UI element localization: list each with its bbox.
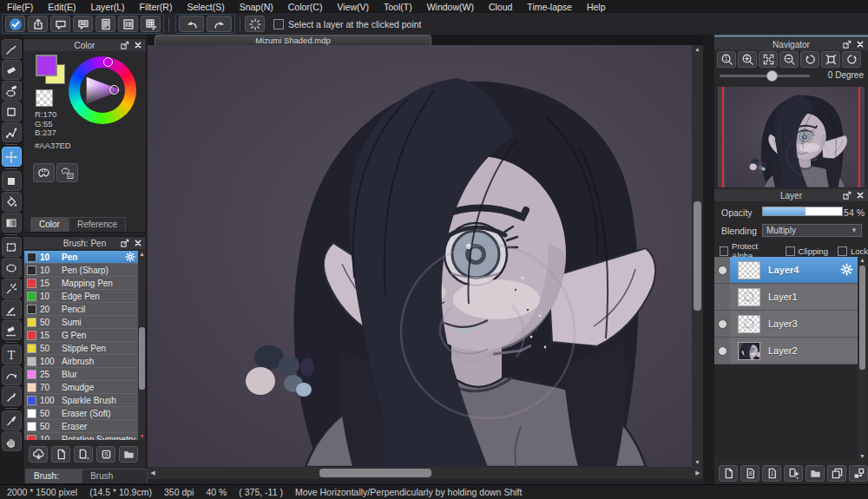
checkbox-box[interactable] [838,246,847,256]
brush-folder-button[interactable] [119,446,138,463]
checkbox-box[interactable] [786,246,795,256]
magic-wand-tool[interactable] [2,279,22,299]
menu-color-c[interactable]: Color(C) [288,2,323,12]
scroll-left-icon[interactable]: ◀ [149,469,156,476]
brush-blur[interactable]: 25Blur [24,368,138,381]
spinner-button[interactable] [245,16,265,32]
merge-layer-button[interactable] [849,465,868,482]
hue-selector[interactable] [103,57,113,67]
brush-mapping-pen[interactable]: 15Mapping Pen [24,277,138,290]
duplicate-layer-button[interactable] [827,465,846,482]
close-icon[interactable] [133,40,143,50]
comment-detail-button[interactable] [73,16,93,32]
brush-sparkle-brush[interactable]: 100Sparkle Brush [24,394,138,407]
zoom-actual-button[interactable]: 1 [717,51,736,68]
brush-pencil[interactable]: 20Pencil [24,303,138,316]
comment-button[interactable] [50,16,70,32]
layer-visibility-cell[interactable] [714,257,730,283]
layer-row-layer2[interactable]: Layer2 [714,338,858,364]
layer-row-layer3[interactable]: Layer3 [714,311,858,338]
blending-dropdown[interactable]: Multiply ▼ [762,224,862,237]
layer-visibility-cell[interactable] [714,311,730,337]
brush-eraser[interactable]: 50Eraser [24,420,138,433]
clipping-checkbox[interactable]: Clipping [786,246,828,256]
add-8bit-layer-button[interactable]: 8 [740,465,760,482]
zoom-in-button[interactable] [738,51,757,68]
menu-snap-n[interactable]: Snap(N) [240,2,273,12]
document-tab[interactable]: Mizumi Shaded.mdp [155,35,431,45]
scroll-up-icon[interactable]: ▲ [692,46,703,53]
color-tab-reference[interactable]: Reference [69,217,126,232]
pen-tool[interactable] [2,386,22,406]
canvas-vertical-scrollbar[interactable]: ▲ ▼ [692,45,703,467]
popout-icon[interactable] [120,238,130,248]
add-1bit-layer-button[interactable]: 1 [762,465,781,482]
brush-list-scrollbar[interactable]: ▲ ▼ [138,251,146,440]
scroll-up-icon[interactable]: ▲ [138,251,146,258]
menu-select-s[interactable]: Select(S) [187,2,224,12]
cloud-download-button[interactable] [29,446,48,463]
canvas[interactable] [148,45,692,467]
share-button[interactable] [28,16,48,32]
redo-button[interactable] [207,16,232,32]
select-lasso-tool[interactable] [2,258,22,278]
close-icon[interactable] [855,190,865,200]
visibility-dot-icon[interactable] [718,266,727,275]
layer-folder-button[interactable] [806,465,825,482]
hand-tool[interactable] [2,431,22,451]
menu-edit-e[interactable]: Edit(E) [48,2,76,12]
scrollbar-thumb[interactable] [319,469,431,477]
scrollbar-thumb[interactable] [139,327,145,390]
brush-sumi[interactable]: 50Sumi [24,316,138,329]
eraser-tool[interactable] [2,60,22,80]
select-pen-tool[interactable] [2,299,22,319]
menu-file-f[interactable]: File(F) [7,2,33,12]
text-tool[interactable]: T [2,345,22,364]
new-brush-button[interactable] [51,446,70,463]
select-eraser-tool[interactable] [2,320,22,340]
brush-pen-sharp[interactable]: 10Pen (Sharp) [24,264,138,277]
layer-row-body[interactable]: Layer2 [730,338,858,364]
fit-window-button[interactable] [759,51,778,68]
sv-selector[interactable] [109,85,119,95]
rotation-slider-thumb[interactable] [766,70,778,82]
rotation-slider-track[interactable] [720,75,810,77]
brush-tool[interactable] [2,39,22,59]
menu-layer-l[interactable]: Layer(L) [90,2,124,12]
layer-row-layer1[interactable]: Layer1 [714,284,858,311]
brush-tab-brush-control[interactable]: Brush Control [82,469,148,483]
script-brush-button[interactable]: S [96,446,115,463]
rotate-ccw-button[interactable] [800,51,819,68]
menu-tool-t[interactable]: Tool(T) [384,2,412,12]
select-layer-checkbox[interactable]: Select a layer at the clicked point [273,19,422,30]
polyline-tool[interactable] [2,122,22,142]
item-list-button[interactable] [118,16,138,32]
checkbox-box[interactable] [720,246,728,256]
document-button[interactable] [95,16,115,32]
brush-airbrush[interactable]: 100Airbrush [24,355,138,368]
brush-stipple-pen[interactable]: 50Stipple Pen [24,342,138,355]
scroll-down-icon[interactable]: ▼ [138,433,146,440]
menu-view-v[interactable]: View(V) [337,2,369,12]
scrollbar-thumb[interactable] [859,266,865,370]
brush-eraser-soft[interactable]: 50Eraser (Soft) [24,407,138,420]
close-icon[interactable] [133,238,143,248]
scroll-right-icon[interactable]: ▶ [694,469,701,476]
rotate-cw-button[interactable] [842,51,861,68]
eyedropper-tool[interactable] [2,410,22,430]
scroll-down-icon[interactable]: ▼ [692,459,703,466]
brush-rotation-symmetry[interactable]: 10Rotation Symmetry [24,433,138,440]
layer-row-body[interactable]: Layer4 [730,257,858,283]
bucket-tool[interactable] [2,192,22,212]
scrollbar-thumb[interactable] [694,201,701,311]
add-layer-button[interactable] [719,465,738,482]
menu-window-w[interactable]: Window(W) [427,2,474,12]
brush-smudge[interactable]: 70Smudge [24,381,138,394]
layer-row-body[interactable]: Layer1 [730,284,858,310]
menu-help[interactable]: Help [587,2,606,12]
layer-list-scrollbar[interactable]: ▲ ▼ [858,257,867,460]
fill-shape-tool[interactable] [2,171,22,191]
palette-button[interactable] [33,163,55,182]
layer-visibility-cell[interactable] [714,284,730,310]
zoom-out-button[interactable] [779,51,799,68]
